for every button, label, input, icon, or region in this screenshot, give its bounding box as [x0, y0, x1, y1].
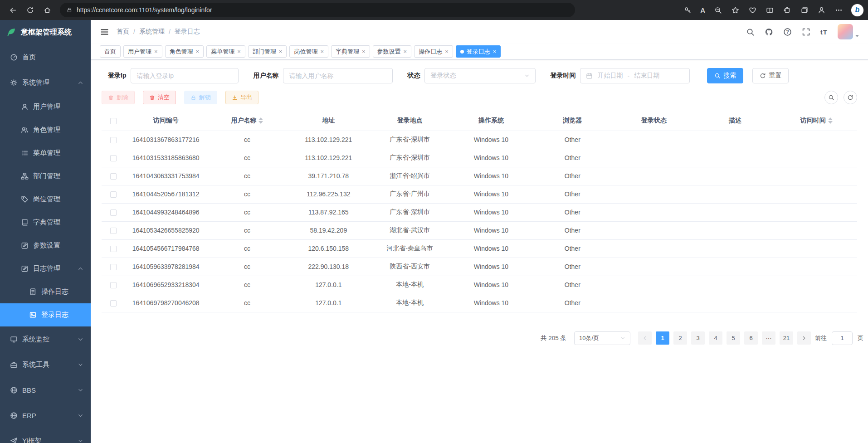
zoom-icon[interactable] [710, 3, 726, 17]
start-date-placeholder[interactable]: 开始日期 [597, 72, 623, 80]
row-checkbox[interactable] [110, 173, 117, 180]
delete-button[interactable]: 删除 [102, 91, 135, 104]
export-button[interactable]: 导出 [225, 91, 258, 104]
browser-home-button[interactable] [39, 3, 55, 17]
col-time[interactable]: 访问时间 [776, 111, 857, 131]
unlock-button[interactable]: 解锁 [184, 91, 217, 104]
avatar[interactable] [838, 24, 853, 39]
row-checkbox[interactable] [110, 282, 117, 288]
status-select[interactable]: 登录状态 [424, 68, 536, 83]
password-key-icon[interactable] [679, 3, 696, 17]
app-logo[interactable]: 意框架管理系统 [0, 20, 91, 44]
collections-icon[interactable] [796, 3, 812, 17]
hamburger-icon[interactable] [100, 27, 109, 37]
close-icon[interactable]: × [237, 49, 241, 54]
tab-dict-mgmt[interactable]: 字典管理 × [331, 45, 370, 58]
user-menu[interactable] [838, 24, 859, 39]
select-all-checkbox[interactable] [110, 118, 117, 124]
tab-post-mgmt[interactable]: 岗位管理 × [289, 45, 328, 58]
sort-icon[interactable] [828, 117, 833, 124]
tab-role-mgmt[interactable]: 角色管理 × [165, 45, 204, 58]
sidebar-item-sys-tools[interactable]: 系统工具 [0, 352, 91, 377]
toggle-search-button[interactable] [824, 91, 838, 104]
row-checkbox[interactable] [110, 228, 117, 234]
close-icon[interactable]: × [196, 49, 200, 54]
sidebar-item-menu-mgmt[interactable]: 菜单管理 [0, 141, 91, 165]
sidebar-item-bbs[interactable]: BBS [0, 377, 91, 403]
sidebar-item-system-mgmt[interactable]: 系统管理 [0, 70, 91, 95]
sidebar-item-dict-mgmt[interactable]: 字典管理 [0, 211, 91, 234]
browser-back-button[interactable] [5, 3, 21, 17]
clear-button[interactable]: 清空 [143, 91, 176, 104]
col-username[interactable]: 用户名称 [206, 111, 288, 131]
row-checkbox[interactable] [110, 191, 117, 198]
row-checkbox[interactable] [110, 155, 117, 161]
page-size-select[interactable]: 10条/页 [574, 331, 630, 345]
username-input[interactable] [283, 68, 393, 83]
page-button-1[interactable]: 1 [656, 331, 669, 345]
page-button-5[interactable]: 5 [727, 331, 740, 345]
close-icon[interactable]: × [493, 49, 497, 54]
tab-user-mgmt[interactable]: 用户管理 × [123, 45, 162, 58]
font-size-icon[interactable]: tT [820, 28, 828, 36]
sidebar-item-yi-framework[interactable]: Yi框架 [0, 428, 91, 443]
pagination-ellipsis[interactable]: ··· [762, 331, 775, 345]
sidebar-item-op-log[interactable]: 操作日志 [0, 280, 91, 303]
sort-icon[interactable] [258, 117, 263, 124]
sidebar-item-user-mgmt[interactable]: 用户管理 [0, 95, 91, 118]
prev-page-button[interactable] [638, 331, 652, 345]
row-checkbox[interactable] [110, 246, 117, 252]
profile-icon[interactable] [813, 3, 829, 17]
date-range-picker[interactable]: 开始日期 - 结束日期 [580, 68, 690, 83]
close-icon[interactable]: × [362, 49, 366, 54]
sidebar-item-param-settings[interactable]: 参数设置 [0, 234, 91, 257]
tab-login-log[interactable]: 登录日志 × [456, 45, 501, 58]
close-icon[interactable]: × [404, 49, 407, 54]
page-button-21[interactable]: 21 [780, 331, 793, 345]
page-button-4[interactable]: 4 [709, 331, 722, 345]
github-icon[interactable] [765, 28, 773, 36]
tab-menu-mgmt[interactable]: 菜单管理 × [206, 45, 245, 58]
close-icon[interactable]: × [154, 49, 158, 54]
row-checkbox[interactable] [110, 300, 117, 307]
browser-url-bar[interactable]: https://ccnetcore.com:1101/system/log/lo… [60, 3, 575, 17]
read-aloud-icon[interactable]: A [697, 3, 709, 17]
row-checkbox[interactable] [110, 137, 117, 143]
sidebar-item-sys-monitor[interactable]: 系统监控 [0, 326, 91, 352]
tab-param-settings[interactable]: 参数设置 × [373, 45, 412, 58]
fullscreen-icon[interactable] [802, 28, 810, 36]
page-button-3[interactable]: 3 [691, 331, 705, 345]
row-checkbox[interactable] [110, 209, 117, 216]
next-page-button[interactable] [797, 331, 811, 345]
sidebar-item-role-mgmt[interactable]: 角色管理 [0, 118, 91, 141]
breadcrumb-home[interactable]: 首页 [117, 28, 129, 36]
breadcrumb-system-mgmt[interactable]: 系统管理 [139, 28, 165, 36]
extensions-icon[interactable] [779, 3, 795, 17]
login-ip-input[interactable] [131, 68, 239, 83]
end-date-placeholder[interactable]: 结束日期 [634, 72, 659, 80]
favorites-star-icon[interactable] [727, 3, 743, 17]
search-icon[interactable] [746, 28, 755, 36]
tab-op-log[interactable]: 操作日志 × [414, 45, 453, 58]
goto-page-input[interactable] [832, 331, 853, 345]
close-icon[interactable]: × [320, 49, 324, 54]
refresh-table-button[interactable] [844, 91, 857, 104]
sidebar-item-log-mgmt[interactable]: 日志管理 [0, 257, 91, 280]
help-icon[interactable] [783, 28, 792, 36]
sidebar-item-home[interactable]: 首页 [0, 44, 91, 70]
page-button-6[interactable]: 6 [744, 331, 758, 345]
bing-copilot-icon[interactable]: b [851, 4, 863, 16]
url-text[interactable]: https://ccnetcore.com:1101/system/log/lo… [77, 6, 212, 14]
split-screen-icon[interactable] [761, 3, 778, 17]
sidebar-item-post-mgmt[interactable]: 岗位管理 [0, 188, 91, 211]
page-button-2[interactable]: 2 [673, 331, 687, 345]
sidebar-item-erp[interactable]: ERP [0, 403, 91, 428]
tab-home[interactable]: 首页 [100, 45, 121, 58]
close-icon[interactable]: × [445, 49, 449, 54]
sidebar-item-login-log[interactable]: 登录日志 [0, 303, 91, 326]
reset-button[interactable]: 重置 [752, 68, 789, 83]
search-button[interactable]: 搜索 [707, 68, 743, 83]
browser-menu-icon[interactable] [830, 3, 847, 17]
browser-essentials-icon[interactable] [744, 3, 761, 17]
row-checkbox[interactable] [110, 264, 117, 270]
